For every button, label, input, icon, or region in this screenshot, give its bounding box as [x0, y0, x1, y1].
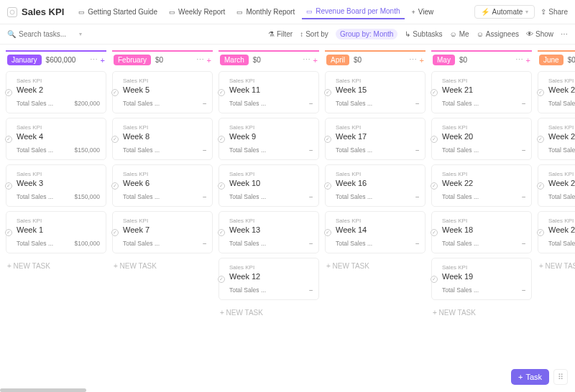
automate-button[interactable]: ⚡ Automate ▾ — [474, 5, 535, 19]
new-task-button[interactable]: + NEW TASK — [538, 258, 575, 274]
complete-toggle[interactable]: ✓ — [5, 182, 12, 190]
show-button[interactable]: 👁Show — [526, 30, 553, 38]
column-label[interactable]: March — [220, 55, 249, 65]
column-sum: $0 — [568, 56, 575, 64]
chevron-down-icon[interactable]: ▾ — [79, 31, 82, 37]
task-card[interactable]: ✓Sales KPIWeek 5Total Sales ...– — [112, 71, 213, 113]
task-card[interactable]: ✓Sales KPIWeek 12Total Sales ...– — [218, 258, 319, 300]
plus-icon[interactable]: + — [207, 56, 211, 65]
more-icon[interactable]: ⋯ — [409, 55, 417, 65]
task-card[interactable]: ✓Sales KPIWeek 24Total Sales ...– — [538, 118, 575, 160]
new-task-button[interactable]: + NEW TASK — [112, 258, 213, 274]
new-task-button[interactable]: + NEW TASK — [218, 304, 319, 321]
more-icon[interactable]: ⋯ — [515, 55, 523, 65]
complete-toggle[interactable]: ✓ — [218, 89, 225, 96]
complete-toggle[interactable]: ✓ — [431, 276, 438, 283]
complete-toggle[interactable]: ✓ — [324, 229, 331, 236]
task-card[interactable]: ✓Sales KPIWeek 9Total Sales ...– — [218, 118, 319, 160]
task-card[interactable]: ✓Sales KPIWeek 21Total Sales ...– — [431, 71, 532, 113]
new-task-fab[interactable]: + Task — [511, 369, 549, 385]
search-input[interactable]: 🔍 ▾ — [7, 30, 86, 38]
task-card[interactable]: ✓Sales KPIWeek 16Total Sales ...– — [325, 164, 426, 207]
eye-icon: 👁 — [526, 30, 533, 38]
filter-button[interactable]: ⚗Filter — [268, 30, 293, 38]
complete-toggle[interactable]: ✓ — [111, 136, 119, 143]
complete-toggle[interactable]: ✓ — [5, 136, 12, 143]
column-label[interactable]: May — [433, 55, 455, 65]
plus-icon[interactable]: + — [101, 56, 105, 65]
column-label[interactable]: June — [539, 55, 564, 65]
task-card[interactable]: ✓Sales KPIWeek 4Total Sales ...$150,000 — [6, 118, 106, 160]
complete-toggle[interactable]: ✓ — [218, 136, 225, 143]
complete-toggle[interactable]: ✓ — [324, 182, 331, 190]
complete-toggle[interactable]: ✓ — [431, 182, 438, 190]
task-card[interactable]: ✓Sales KPIWeek 7Total Sales ...– — [112, 211, 213, 253]
task-card[interactable]: ✓Sales KPIWeek 26Total Sales ...– — [538, 211, 575, 253]
complete-toggle[interactable]: ✓ — [111, 89, 119, 96]
view-tab[interactable]: ▭Weekly Report — [165, 4, 229, 19]
view-tab[interactable]: ▭Monthly Report — [232, 4, 299, 19]
complete-toggle[interactable]: ✓ — [431, 136, 438, 143]
complete-toggle[interactable]: ✓ — [111, 182, 119, 190]
new-task-button[interactable]: + NEW TASK — [6, 258, 106, 274]
complete-toggle[interactable]: ✓ — [324, 89, 331, 96]
task-card[interactable]: ✓Sales KPIWeek 10Total Sales ...– — [218, 164, 319, 207]
column-header: June$0⋯+ — [538, 50, 575, 71]
task-card[interactable]: ✓Sales KPIWeek 25Total Sales ...– — [538, 71, 575, 113]
fab-expand[interactable]: ⠿ — [553, 369, 568, 385]
task-card[interactable]: ✓Sales KPIWeek 18Total Sales ...– — [431, 211, 532, 253]
task-card[interactable]: ✓Sales KPIWeek 1Total Sales ...$100,000 — [6, 211, 106, 253]
column-label[interactable]: January — [7, 55, 42, 65]
task-card[interactable]: ✓Sales KPIWeek 23Total Sales ...– — [538, 164, 575, 207]
column-label[interactable]: April — [326, 55, 349, 65]
complete-toggle[interactable]: ✓ — [537, 229, 544, 236]
new-task-button[interactable]: + NEW TASK — [431, 304, 532, 321]
more-icon[interactable]: ⋯ — [196, 55, 204, 65]
more-button[interactable]: ⋯ — [561, 30, 568, 38]
new-task-button[interactable]: + NEW TASK — [325, 258, 426, 274]
me-button[interactable]: ☺Me — [450, 30, 469, 38]
complete-toggle[interactable]: ✓ — [218, 182, 225, 190]
assignees-button[interactable]: ☺Assignees — [477, 30, 519, 38]
scrollbar[interactable] — [0, 388, 86, 392]
add-view-tab[interactable]: +View — [408, 4, 438, 19]
grid-icon: ⠿ — [558, 373, 564, 382]
complete-toggle[interactable]: ✓ — [537, 89, 544, 96]
board-column: June$0⋯+✓Sales KPIWeek 25Total Sales ...… — [538, 50, 575, 321]
task-card[interactable]: ✓Sales KPIWeek 8Total Sales ...– — [112, 118, 213, 160]
more-icon[interactable]: ⋯ — [303, 55, 310, 65]
column-label[interactable]: February — [114, 55, 151, 65]
task-card[interactable]: ✓Sales KPIWeek 22Total Sales ...– — [431, 164, 532, 207]
subtasks-button[interactable]: ↳Subtasks — [405, 30, 442, 38]
task-card[interactable]: ✓Sales KPIWeek 11Total Sales ...– — [218, 71, 319, 113]
column-sum: $0 — [354, 56, 362, 64]
complete-toggle[interactable]: ✓ — [218, 229, 225, 236]
complete-toggle[interactable]: ✓ — [5, 89, 12, 96]
complete-toggle[interactable]: ✓ — [537, 182, 544, 190]
sort-button[interactable]: ↕Sort by — [300, 30, 328, 38]
plus-icon[interactable]: + — [526, 56, 530, 65]
complete-toggle[interactable]: ✓ — [5, 229, 12, 236]
plus-icon[interactable]: + — [313, 56, 318, 65]
complete-toggle[interactable]: ✓ — [218, 276, 225, 283]
complete-toggle[interactable]: ✓ — [111, 229, 119, 236]
share-button[interactable]: ⇪ Share — [540, 8, 568, 16]
complete-toggle[interactable]: ✓ — [537, 136, 544, 143]
task-card[interactable]: ✓Sales KPIWeek 6Total Sales ...– — [112, 164, 213, 207]
complete-toggle[interactable]: ✓ — [431, 89, 438, 96]
task-card[interactable]: ✓Sales KPIWeek 14Total Sales ...– — [325, 211, 426, 253]
task-card[interactable]: ✓Sales KPIWeek 20Total Sales ...– — [431, 118, 532, 160]
complete-toggle[interactable]: ✓ — [431, 229, 438, 236]
task-card[interactable]: ✓Sales KPIWeek 15Total Sales ...– — [325, 71, 426, 113]
view-tab[interactable]: ▭Revenue Board per Month — [302, 4, 404, 19]
task-card[interactable]: ✓Sales KPIWeek 17Total Sales ...– — [325, 118, 426, 160]
plus-icon[interactable]: + — [420, 56, 424, 65]
view-tab[interactable]: ▭Getting Started Guide — [74, 4, 162, 19]
task-card[interactable]: ✓Sales KPIWeek 2Total Sales ...$200,000 — [6, 71, 106, 113]
more-icon[interactable]: ⋯ — [90, 55, 98, 65]
task-card[interactable]: ✓Sales KPIWeek 3Total Sales ...$150,000 — [6, 164, 106, 207]
complete-toggle[interactable]: ✓ — [324, 136, 331, 143]
task-card[interactable]: ✓Sales KPIWeek 13Total Sales ...– — [218, 211, 319, 253]
task-card[interactable]: ✓Sales KPIWeek 19Total Sales ...– — [431, 258, 532, 300]
group-by-pill[interactable]: Group by: Month — [336, 29, 397, 39]
